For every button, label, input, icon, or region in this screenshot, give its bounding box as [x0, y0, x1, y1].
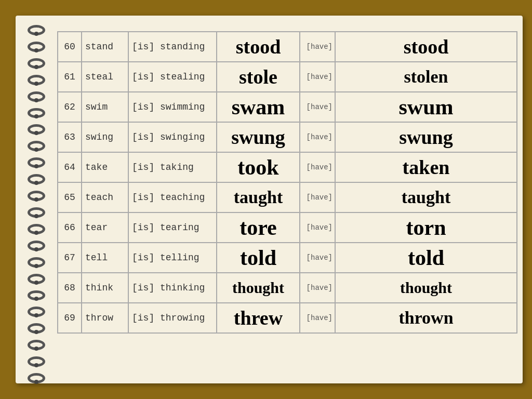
table-row: 66 tear [is] tearing tore [have] torn — [58, 212, 517, 243]
row-progressive: [is] teaching — [128, 182, 217, 212]
spiral-ring — [28, 91, 45, 102]
row-verb: swing — [82, 122, 128, 152]
row-past: took — [217, 152, 300, 182]
row-verb: tear — [82, 212, 128, 243]
row-number: 68 — [58, 273, 82, 303]
row-number: 69 — [58, 303, 82, 333]
table-row: 65 teach [is] teaching taught [have] tau… — [58, 182, 517, 212]
row-verb: stand — [82, 32, 128, 62]
have-label: [have] — [300, 273, 335, 303]
row-past: threw — [217, 303, 300, 333]
spiral-ring — [28, 25, 45, 35]
row-progressive: [is] swimming — [128, 92, 217, 122]
spiral-ring — [28, 340, 45, 350]
spiral-ring — [28, 58, 45, 69]
row-past: thought — [217, 273, 300, 303]
spiral-ring — [28, 356, 45, 367]
table-row: 68 think [is] thinking thought [have] th… — [58, 273, 517, 303]
row-past-participle: swum — [335, 92, 517, 122]
table-row: 61 steal [is] stealing stole [have] stol… — [58, 62, 517, 92]
row-progressive: [is] tearing — [128, 212, 217, 243]
table-row: 69 throw [is] throwing threw [have] thro… — [58, 303, 517, 333]
row-verb: steal — [82, 62, 128, 92]
spiral-ring — [28, 191, 45, 201]
spiral-ring — [28, 174, 45, 184]
spiral-ring — [28, 42, 45, 52]
have-label: [have] — [300, 152, 335, 182]
spiral-ring — [28, 124, 45, 135]
spiral-ring — [28, 290, 45, 301]
row-verb: think — [82, 273, 128, 303]
row-past-participle: stood — [335, 32, 517, 62]
spiral-binding — [16, 16, 57, 383]
row-progressive: [is] thinking — [128, 273, 217, 303]
row-verb: throw — [82, 303, 128, 333]
spiral-ring — [28, 323, 45, 334]
row-verb: teach — [82, 182, 128, 212]
row-past: swung — [217, 122, 300, 152]
have-label: [have] — [300, 182, 335, 212]
spiral-ring — [28, 207, 45, 218]
row-number: 67 — [58, 243, 82, 273]
row-past: swam — [217, 92, 300, 122]
row-past-participle: torn — [335, 212, 517, 243]
spiral-ring — [28, 75, 45, 85]
have-label: [have] — [300, 212, 335, 243]
row-progressive: [is] telling — [128, 243, 217, 273]
row-past-participle: told — [335, 243, 517, 273]
table-row: 64 take [is] taking took [have] taken — [58, 152, 517, 182]
have-label: [have] — [300, 122, 335, 152]
row-past-participle: swung — [335, 122, 517, 152]
row-past: stole — [217, 62, 300, 92]
spiral-ring — [28, 307, 45, 317]
row-progressive: [is] throwing — [128, 303, 217, 333]
row-progressive: [is] taking — [128, 152, 217, 182]
have-label: [have] — [300, 32, 335, 62]
notebook: 60 stand [is] standing stood [have] stoo… — [16, 16, 523, 383]
table-row: 62 swim [is] swimming swam [have] swum — [58, 92, 517, 122]
row-past-participle: taken — [335, 152, 517, 182]
row-verb: swim — [82, 92, 128, 122]
table-row: 67 tell [is] telling told [have] told — [58, 243, 517, 273]
row-number: 60 — [58, 32, 82, 62]
row-past: told — [217, 243, 300, 273]
row-number: 62 — [58, 92, 82, 122]
have-label: [have] — [300, 92, 335, 122]
row-number: 63 — [58, 122, 82, 152]
have-label: [have] — [300, 243, 335, 273]
row-past-participle: stolen — [335, 62, 517, 92]
spiral-ring — [28, 108, 45, 118]
row-past: tore — [217, 212, 300, 243]
spiral-ring — [28, 274, 45, 284]
row-past: stood — [217, 32, 300, 62]
spiral-ring — [28, 224, 45, 234]
spiral-ring — [28, 241, 45, 251]
row-number: 64 — [58, 152, 82, 182]
spiral-ring — [28, 141, 45, 151]
have-label: [have] — [300, 62, 335, 92]
row-number: 61 — [58, 62, 82, 92]
row-progressive: [is] stealing — [128, 62, 217, 92]
row-number: 66 — [58, 212, 82, 243]
spiral-ring — [28, 257, 45, 268]
row-verb: take — [82, 152, 128, 182]
row-progressive: [is] swinging — [128, 122, 217, 152]
row-past: taught — [217, 182, 300, 212]
row-progressive: [is] standing — [128, 32, 217, 62]
table-row: 60 stand [is] standing stood [have] stoo… — [58, 32, 517, 62]
row-past-participle: thought — [335, 273, 517, 303]
table-row: 63 swing [is] swinging swung [have] swun… — [58, 122, 517, 152]
row-number: 65 — [58, 182, 82, 212]
spiral-ring — [28, 373, 45, 383]
have-label: [have] — [300, 303, 335, 333]
verb-table: 60 stand [is] standing stood [have] stoo… — [57, 31, 517, 334]
row-verb: tell — [82, 243, 128, 273]
content-area: 60 stand [is] standing stood [have] stoo… — [57, 31, 517, 368]
spiral-ring — [28, 157, 45, 168]
row-past-participle: taught — [335, 182, 517, 212]
row-past-participle: thrown — [335, 303, 517, 333]
